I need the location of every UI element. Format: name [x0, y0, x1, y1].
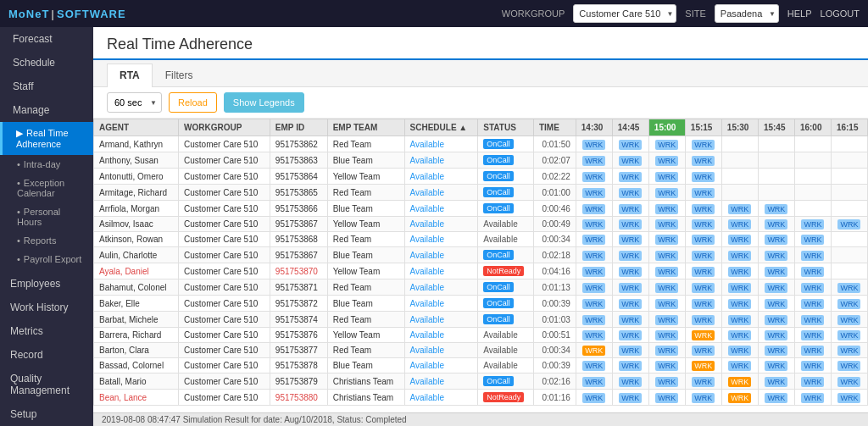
time-slot-cell: WRK [576, 312, 612, 328]
wrk-badge: WRK [765, 346, 787, 356]
wrk-badge: WRK [692, 299, 715, 309]
sidebar-item-quality-management[interactable]: Quality Management [0, 367, 93, 402]
wrk-badge: WRK [728, 330, 751, 340]
site-select-container[interactable]: Pasadena [715, 4, 779, 23]
time-slot-cell: WRK [721, 328, 758, 343]
time-slot-cell: WRK [721, 296, 758, 312]
wrk-badge: WRK [655, 315, 678, 325]
sidebar-item-schedule[interactable]: Schedule [0, 51, 93, 75]
time-slot-cell: WRK [758, 263, 794, 279]
wrk-badge: WRK [655, 156, 678, 166]
time-slot-cell: WRK [721, 247, 758, 263]
wrk-badge: WRK [582, 315, 605, 325]
sidebar-item-exception-calendar[interactable]: •Exception Calendar [0, 174, 93, 202]
sidebar-item-record[interactable]: Record [0, 343, 93, 367]
time-slot-cell [831, 247, 867, 263]
wrk-badge: WRK [582, 140, 605, 150]
time-slot-cell: WRK [794, 247, 831, 263]
emp-id-link[interactable]: 951753880 [275, 393, 318, 402]
sidebar-item-personal-hours[interactable]: •Personal Hours [0, 202, 93, 231]
time-slot-cell [758, 185, 794, 201]
agent-link[interactable]: Ayala, Daniel [99, 267, 149, 276]
wrk-badge: WRK [655, 393, 678, 403]
time-slot-cell: WRK [576, 263, 612, 279]
wrk-badge: WRK [692, 283, 715, 293]
workgroup-select[interactable]: Customer Care 510 [573, 4, 676, 23]
emp-id-link[interactable]: 951753870 [275, 267, 318, 276]
sidebar-item-payroll-export[interactable]: •Payroll Export [0, 250, 93, 268]
time-slot-cell: WRK [685, 169, 721, 185]
sidebar-item-real-time-adherence[interactable]: ▶Real Time Adherence [0, 122, 93, 155]
wrk-badge: WRK [728, 251, 751, 261]
col-workgroup: WORKGROUP [179, 119, 270, 136]
time-slot-cell: WRK [612, 296, 648, 312]
wrk-badge: WRK [619, 156, 642, 166]
wrk-badge: WRK [619, 361, 642, 371]
help-button[interactable]: HELP [787, 8, 812, 19]
sidebar-item-metrics[interactable]: Metrics [0, 319, 93, 343]
time-slot-cell: WRK [721, 263, 758, 279]
time-slot-cell: WRK [685, 358, 721, 373]
brand-separator: | [51, 8, 55, 20]
sidebar-item-manage[interactable]: Manage [0, 98, 93, 122]
wrk-badge: WRK [582, 267, 605, 277]
brand-monet: MoNeT [8, 8, 49, 20]
time-slot-cell [794, 201, 831, 217]
status-badge: OnCall [483, 155, 514, 165]
logout-button[interactable]: LOGOUT [821, 8, 860, 19]
status-badge: Available [483, 235, 517, 244]
col-1515: 15:15 [685, 119, 721, 136]
wrk-badge: WRK [582, 299, 605, 309]
sidebar-item-staff[interactable]: Staff [0, 75, 93, 98]
time-slot-cell: WRK [831, 312, 867, 328]
table-row: Antonutti, OmeroCustomer Care 5109517538… [94, 169, 868, 185]
wrk-badge: WRK [765, 204, 787, 214]
legends-button[interactable]: Show Legends [224, 92, 304, 113]
time-slot-cell: WRK [758, 279, 794, 296]
time-slot-cell: WRK [685, 232, 721, 247]
tab-rta[interactable]: RTA [107, 64, 153, 87]
sidebar-item-employees[interactable]: Employees [0, 272, 93, 296]
bullet-icon-3: • [17, 207, 20, 217]
time-slot-cell: WRK [794, 358, 831, 373]
time-slot-cell [758, 169, 794, 185]
wrk-badge: WRK [619, 346, 642, 356]
table-row: Atkinson, RowanCustomer Care 51095175386… [94, 232, 868, 247]
time-slot-cell: WRK [576, 279, 612, 296]
interval-select-wrap[interactable]: 60 sec [107, 92, 162, 113]
sidebar-item-work-history[interactable]: Work History [0, 296, 93, 319]
sidebar-item-setup[interactable]: Setup [0, 402, 93, 426]
reload-button[interactable]: Reload [169, 92, 217, 113]
wrk-badge: WRK [765, 235, 787, 245]
time-slot-cell: WRK [648, 373, 685, 390]
time-slot-cell: WRK [721, 358, 758, 373]
status-badge: OnCall [483, 203, 514, 213]
tab-filters[interactable]: Filters [153, 64, 206, 86]
wrk-badge: WRK [801, 235, 824, 245]
sidebar-item-reports[interactable]: •Reports [0, 231, 93, 250]
time-slot-cell [794, 185, 831, 201]
data-table-container: AGENT WORKGROUP EMP ID EMP TEAM SCHEDULE… [93, 119, 868, 412]
time-slot-cell: WRK [648, 136, 685, 152]
table-row: Barrera, RichardCustomer Care 5109517538… [94, 328, 868, 343]
site-select[interactable]: Pasadena [715, 4, 779, 23]
workgroup-select-container[interactable]: Customer Care 510 [573, 4, 676, 23]
time-slot-cell [831, 201, 867, 217]
time-slot-cell: WRK [576, 217, 612, 232]
agent-link[interactable]: Bean, Lance [99, 393, 147, 402]
interval-select[interactable]: 60 sec [107, 92, 162, 113]
sidebar-item-forecast[interactable]: Forecast [0, 27, 93, 51]
sidebar-item-intra-day[interactable]: •Intra-day [0, 155, 93, 174]
wrk-badge: WRK [619, 330, 642, 340]
col-1600: 16:00 [794, 119, 831, 136]
table-body: Armand, KathrynCustomer Care 51095175386… [94, 136, 868, 406]
table-row: Bahamut, ColonelCustomer Care 5109517538… [94, 279, 868, 296]
table-row: Asilmov, IsaacCustomer Care 510951753867… [94, 217, 868, 232]
time-slot-cell: WRK [648, 217, 685, 232]
time-slot-cell: WRK [612, 247, 648, 263]
wrk-badge: WRK [728, 315, 751, 325]
status-badge: NotReady [483, 266, 524, 276]
time-slot-cell: WRK [794, 217, 831, 232]
time-slot-cell [758, 136, 794, 152]
wrk-badge: WRK [765, 219, 787, 230]
